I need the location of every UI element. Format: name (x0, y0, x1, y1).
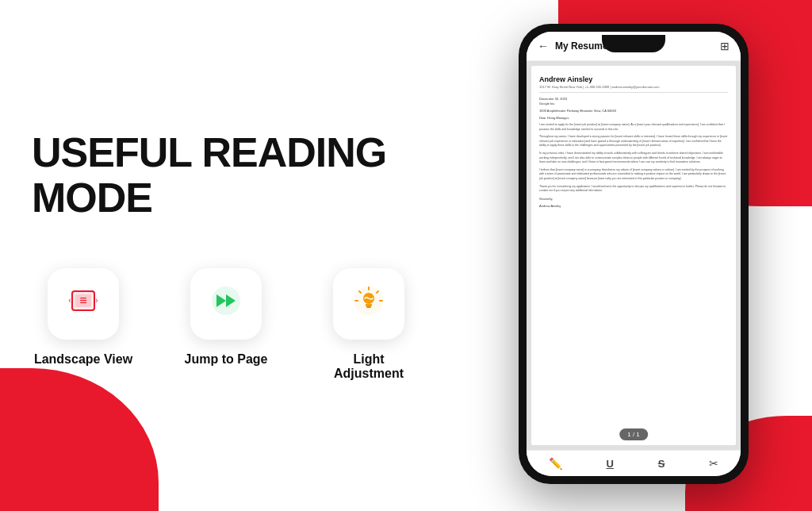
pdf-pen-icon[interactable]: ✏️ (549, 457, 562, 470)
feature-jump-to-page[interactable]: Jump to Page (174, 268, 278, 367)
phone-outer-shell: ← My Resume.pdf ⊞ Andrew Ainsley 1517 W.… (519, 24, 749, 484)
phone-mockup: ← My Resume.pdf ⊞ Andrew Ainsley 1517 W.… (519, 24, 749, 484)
resume-date: December 30, 2023 (539, 97, 728, 101)
svg-rect-16 (366, 306, 371, 308)
light-adjustment-label: Light Adjustment (317, 352, 420, 381)
resume-para-1: I am excited to apply for the [insert jo… (539, 123, 728, 132)
jump-to-page-icon (209, 283, 243, 325)
svg-text:‹: ‹ (68, 296, 71, 305)
jump-to-page-icon-wrap (190, 268, 262, 340)
pdf-bottom-bar: ✏️ U S ✂ (527, 450, 741, 476)
resume-para-5: Thank you for considering my application… (539, 185, 728, 194)
svg-line-13 (359, 291, 361, 293)
landscape-view-icon: ≡ ‹ › (66, 283, 101, 325)
landscape-view-icon-wrap: ≡ ‹ › (48, 268, 119, 340)
pdf-menu-button[interactable]: ⊞ (720, 40, 730, 52)
phone-screen: ← My Resume.pdf ⊞ Andrew Ainsley 1517 W.… (527, 32, 741, 476)
pdf-scissors-icon[interactable]: ✂ (709, 457, 718, 470)
pdf-page: Andrew Ainsley 1517 W. Gray Street New Y… (531, 66, 736, 445)
feature-light-adjustment[interactable]: Light Adjustment (317, 268, 420, 381)
phone-notch (602, 35, 665, 52)
pdf-content-area: Andrew Ainsley 1517 W. Gray Street New Y… (527, 61, 741, 450)
resume-company-address: 1600 Amphitheatre Parkway Mountain View,… (539, 109, 728, 113)
resume-contact: 1517 W. Gray Street New York | +1-300-55… (539, 85, 728, 93)
svg-text:›: › (95, 296, 98, 305)
pdf-back-button[interactable]: ← (538, 40, 549, 52)
resume-sign-sincerely: Sincerely, (539, 197, 728, 201)
feature-landscape-view[interactable]: ≡ ‹ › Landscape View (32, 268, 135, 367)
page-indicator: 1 / 1 (619, 428, 648, 440)
resume-salutation: Dear Hiring Manager, (539, 116, 728, 120)
svg-text:≡: ≡ (79, 294, 86, 307)
resume-sign-name: Andrew Ainsley (539, 204, 728, 208)
left-content-area: USEFUL READING MODE ≡ ‹ › Landscape View (32, 0, 476, 511)
main-title: USEFUL READING MODE (32, 130, 476, 221)
landscape-view-label: Landscape View (34, 352, 132, 367)
resume-para-2: Throughout my career, I have developed a… (539, 135, 728, 148)
resume-company-name: Google Inc. (539, 102, 728, 106)
resume-para-4: I believe that [insert company name] is … (539, 168, 728, 182)
svg-rect-15 (366, 304, 372, 306)
pdf-underline-icon[interactable]: U (607, 458, 614, 470)
light-adjustment-icon-wrap (333, 268, 404, 340)
features-row: ≡ ‹ › Landscape View Jump to (32, 268, 476, 381)
svg-line-11 (377, 291, 378, 293)
resume-para-3: In my previous roles, I have demonstrate… (539, 152, 728, 165)
jump-to-page-label: Jump to Page (185, 352, 268, 367)
resume-name: Andrew Ainsley (539, 75, 728, 83)
light-adjustment-icon (351, 283, 386, 325)
pdf-strikethrough-icon[interactable]: S (658, 458, 665, 470)
